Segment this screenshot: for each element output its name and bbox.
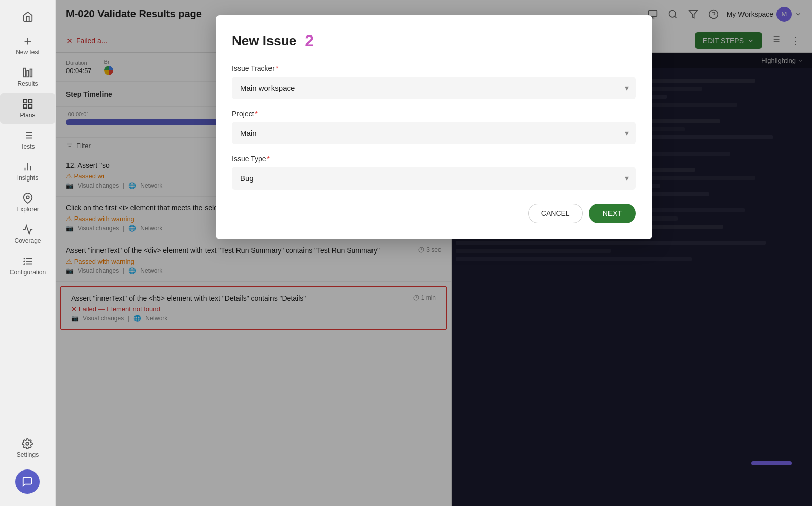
sidebar-item-label: Insights — [17, 174, 38, 182]
svg-rect-8 — [28, 105, 31, 108]
sidebar-item-explorer[interactable]: Explorer — [0, 188, 55, 218]
project-label: Project* — [232, 110, 636, 118]
sidebar-item-label: Plans — [20, 112, 35, 119]
issue-tracker-select-wrapper: Main workspace ▾ — [232, 77, 636, 99]
cancel-button[interactable]: CANCEL — [528, 204, 583, 223]
issue-tracker-label: Issue Tracker* — [232, 64, 636, 73]
issue-tracker-select[interactable]: Main workspace — [232, 77, 636, 99]
modal-title: New Issue — [232, 33, 296, 49]
issue-tracker-group: Issue Tracker* Main workspace ▾ — [232, 64, 636, 99]
issue-type-label: Issue Type* — [232, 155, 636, 163]
svg-rect-5 — [23, 100, 26, 103]
sidebar-item-settings[interactable]: Settings — [13, 433, 43, 463]
sidebar: New test Results Plans Tests Insights Ex… — [0, 0, 56, 506]
svg-rect-3 — [27, 70, 29, 77]
sidebar-item-plans[interactable]: Plans — [0, 93, 55, 124]
modal-backdrop: New Issue 2 Issue Tracker* Main workspac… — [56, 0, 812, 506]
issue-type-group: Issue Type* Bug ▾ — [232, 155, 636, 190]
sidebar-item-new-test[interactable]: New test — [0, 30, 55, 61]
svg-rect-2 — [23, 68, 25, 77]
sidebar-item-configuration[interactable]: Configuration — [0, 250, 55, 281]
sidebar-item-insights[interactable]: Insights — [0, 156, 55, 187]
svg-rect-6 — [28, 100, 31, 103]
project-select-wrapper: Main ▾ — [232, 122, 636, 144]
svg-rect-7 — [23, 105, 26, 108]
sidebar-item-label: Coverage — [14, 237, 41, 244]
main-area: M-020 Validate Results page My Workspace… — [56, 0, 812, 506]
svg-point-15 — [26, 196, 29, 199]
sidebar-item-label: Configuration — [10, 269, 46, 276]
new-issue-modal: New Issue 2 Issue Tracker* Main workspac… — [216, 15, 652, 239]
svg-point-19 — [26, 442, 29, 445]
modal-step-num: 2 — [304, 31, 314, 50]
project-select[interactable]: Main — [232, 122, 636, 144]
sidebar-item-results[interactable]: Results — [0, 62, 55, 92]
sidebar-item-label: Settings — [17, 451, 39, 458]
chat-bubble[interactable] — [15, 469, 40, 494]
sidebar-item-home[interactable] — [0, 6, 55, 29]
sidebar-item-label: New test — [16, 49, 40, 56]
modal-title-row: New Issue 2 — [232, 31, 636, 50]
sidebar-item-label: Results — [17, 80, 38, 87]
sidebar-item-label: Explorer — [16, 206, 39, 213]
modal-actions: CANCEL NEXT — [232, 204, 636, 223]
sidebar-item-label: Tests — [20, 143, 35, 150]
sidebar-item-coverage[interactable]: Coverage — [0, 219, 55, 249]
issue-type-select-wrapper: Bug ▾ — [232, 167, 636, 190]
svg-rect-4 — [30, 69, 32, 77]
sidebar-item-tests[interactable]: Tests — [0, 125, 55, 155]
next-button[interactable]: NEXT — [589, 204, 636, 223]
issue-type-select[interactable]: Bug — [232, 167, 636, 190]
project-group: Project* Main ▾ — [232, 110, 636, 144]
